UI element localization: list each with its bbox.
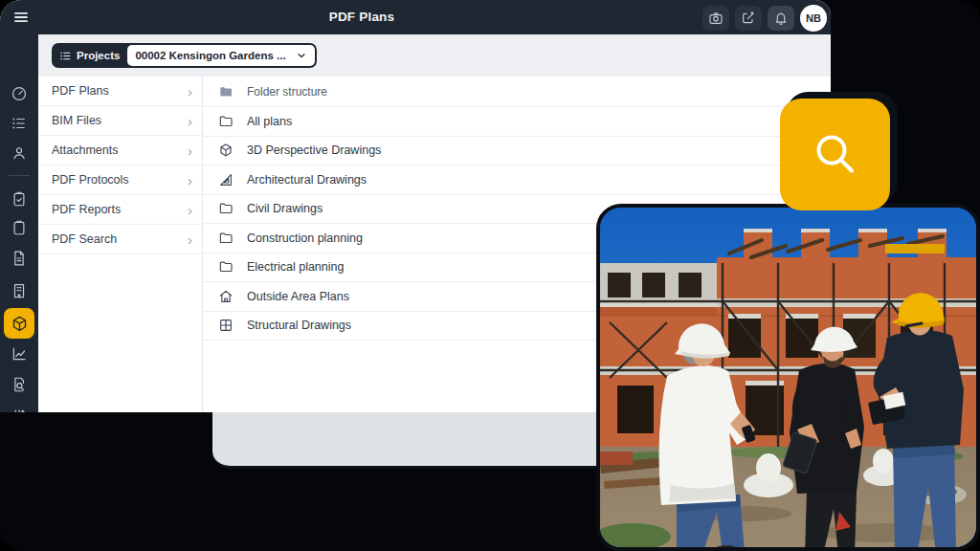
menu-item-label: BIM Files <box>52 114 101 127</box>
folder-row-label: Electrical planning <box>247 260 344 274</box>
chevron-down-icon <box>296 50 307 61</box>
menu-item-bim-files[interactable]: BIM Files <box>38 106 202 136</box>
home-icon <box>218 289 234 304</box>
search-tile[interactable] <box>780 99 890 210</box>
folder-row-architectural[interactable]: Architectural Drawings <box>203 165 831 195</box>
chart-icon[interactable] <box>9 343 30 364</box>
folder-row-label: Structural Drawings <box>247 319 351 332</box>
folder-filled-icon <box>218 84 234 99</box>
projects-bar: Projects 00002 Kensingon Gardens ... <box>38 34 831 77</box>
folder-row-label: All plans <box>247 115 292 128</box>
grid-icon <box>218 318 234 333</box>
topbar-actions: NB <box>702 5 827 32</box>
chevron-right-icon <box>188 114 192 128</box>
project-dropdown[interactable]: 00002 Kensingon Gardens ... <box>127 45 314 66</box>
folder-icon <box>218 114 234 129</box>
folder-row-label: Architectural Drawings <box>247 173 367 187</box>
menu-item-pdf-reports[interactable]: PDF Reports <box>38 195 202 225</box>
menu-item-label: PDF Search <box>52 232 117 246</box>
projects-label-wrap: Projects <box>54 45 127 66</box>
camera-icon[interactable] <box>702 6 729 31</box>
folder-list-header-label: Folder structure <box>247 85 327 99</box>
page-title: PDF Plans <box>304 0 419 34</box>
construction-photo <box>596 204 980 551</box>
folder-list-header: Folder structure <box>203 77 831 107</box>
menu-item-pdf-plans[interactable]: PDF Plans <box>38 77 202 106</box>
search-icon <box>809 128 862 182</box>
projects-list-icon <box>59 50 72 62</box>
projects-label: Projects <box>77 50 120 61</box>
menu-item-attachments[interactable]: Attachments <box>38 136 202 165</box>
file-search-icon[interactable] <box>9 374 30 395</box>
project-dropdown-value: 00002 Kensingon Gardens ... <box>135 50 285 61</box>
dashboard-icon[interactable] <box>9 83 30 104</box>
folder-row-label: 3D Perspective Drawings <box>247 143 381 157</box>
clipboard-icon[interactable] <box>9 217 30 238</box>
folder-row-label: Construction planning <box>247 231 363 245</box>
set-square-icon <box>218 172 234 187</box>
folder-row-3d-perspective[interactable]: 3D Perspective Drawings <box>203 137 831 166</box>
menu-item-label: PDF Protocols <box>52 173 129 187</box>
chevron-right-icon <box>188 203 192 217</box>
chevron-right-icon <box>188 84 192 99</box>
menu-item-label: PDF Plans <box>52 84 109 98</box>
chevron-right-icon <box>188 173 192 187</box>
clipboard-check-icon[interactable] <box>9 188 30 209</box>
folder-row-label: Outside Area Plans <box>247 290 349 303</box>
side-rail <box>0 34 38 412</box>
menu-panel: PDF Plans BIM Files Attachments PDF Prot… <box>38 77 203 412</box>
notifications-bell-icon[interactable] <box>768 6 794 31</box>
top-bar: PDF Plans NB <box>0 0 831 34</box>
filters-icon[interactable] <box>9 406 30 412</box>
contacts-icon[interactable] <box>9 143 30 164</box>
menu-item-label: PDF Reports <box>52 203 121 216</box>
cube-icon-active[interactable] <box>4 308 34 339</box>
folder-row-label: Civil Drawings <box>247 202 323 215</box>
avatar[interactable]: NB <box>800 5 827 32</box>
folder-icon <box>218 231 234 246</box>
hamburger-menu-icon[interactable] <box>11 7 32 28</box>
menu-item-pdf-search[interactable]: PDF Search <box>38 225 202 254</box>
share-export-icon[interactable] <box>735 6 762 31</box>
project-selector: Projects 00002 Kensingon Gardens ... <box>52 43 317 68</box>
folder-icon <box>218 201 234 216</box>
cube-icon <box>218 143 234 158</box>
construction-photo-graphic <box>600 208 980 551</box>
building-icon[interactable] <box>9 280 30 301</box>
chevron-right-icon <box>188 143 192 158</box>
list-icon[interactable] <box>9 113 30 134</box>
rail-divider <box>9 175 30 176</box>
composition-canvas: PDF Plans NB <box>0 0 980 551</box>
menu-item-pdf-protocols[interactable]: PDF Protocols <box>38 165 202 195</box>
folder-icon <box>218 259 234 275</box>
menu-item-label: Attachments <box>52 143 118 157</box>
folder-row-all-plans[interactable]: All plans <box>203 107 831 137</box>
chevron-right-icon <box>188 232 192 247</box>
document-icon[interactable] <box>9 248 30 269</box>
